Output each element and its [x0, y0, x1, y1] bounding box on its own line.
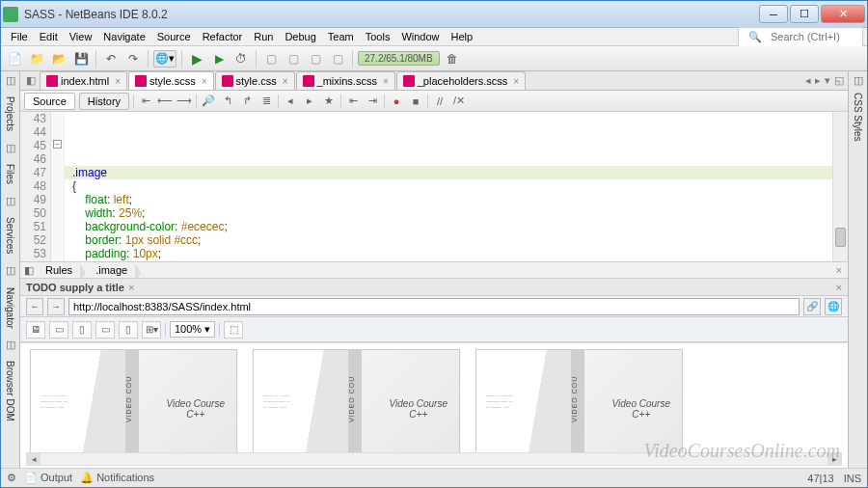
redo-icon[interactable]: ↷	[123, 49, 143, 68]
insert-mode[interactable]: INS	[844, 473, 861, 484]
gc-icon[interactable]: 🗑	[443, 49, 462, 68]
uncomment-icon[interactable]: /✕	[451, 94, 467, 109]
menu-team[interactable]: Team	[322, 29, 360, 44]
tasks-icon[interactable]: ⚙	[7, 472, 16, 484]
run-icon[interactable]: ▶	[187, 49, 206, 68]
sidebar-navigator[interactable]: Navigator	[4, 282, 16, 335]
fold-margin[interactable]: − −	[51, 112, 65, 261]
find-selection-icon[interactable]: 🔎	[201, 94, 216, 109]
tab-scroll-left-icon[interactable]: ◂	[805, 74, 811, 87]
menu-navigate[interactable]: Navigate	[97, 29, 150, 44]
menu-view[interactable]: View	[64, 29, 98, 44]
tab-placeholders-scss[interactable]: _placeholders.scss×	[396, 71, 526, 90]
panel-close-icon[interactable]: ×	[836, 282, 842, 293]
scroll-left-icon[interactable]: ◂	[27, 453, 41, 465]
comment-icon[interactable]: //	[432, 94, 448, 109]
projects-icon[interactable]: ◫	[4, 73, 17, 87]
toggle-highlight-icon[interactable]: ≣	[258, 94, 274, 109]
tab-scroll-right-icon[interactable]: ▸	[815, 74, 821, 87]
last-edit-icon[interactable]: ⇤	[138, 94, 153, 109]
services-icon[interactable]: ◫	[4, 194, 17, 207]
new-project-icon[interactable]: 📁	[27, 49, 46, 68]
stop-icon[interactable]: ▢	[306, 49, 325, 68]
sidebar-browser-dom[interactable]: Browser DOM	[4, 355, 16, 427]
navigator-pin-icon[interactable]: ◧	[20, 264, 38, 277]
navigator-icon[interactable]: ◫	[4, 264, 17, 278]
breadcrumb-image[interactable]: .image	[88, 264, 135, 276]
build-icon[interactable]: ▢	[261, 49, 281, 68]
browser-forward-button[interactable]: →	[47, 298, 65, 315]
selection-mode-icon[interactable]: ⬚	[224, 321, 243, 339]
menu-help[interactable]: Help	[446, 29, 479, 44]
save-all-icon[interactable]: 💾	[71, 49, 91, 68]
browser-dom-icon[interactable]: ◫	[4, 338, 17, 351]
scrollbar-thumb[interactable]	[835, 228, 846, 247]
inspect-mode-icon[interactable]: 🔗	[803, 298, 821, 315]
menu-refactor[interactable]: Refactor	[197, 29, 249, 44]
code-content[interactable]: .image{ float: left; width: 25%; backgro…	[65, 112, 832, 261]
profile-icon[interactable]: ⏱	[231, 49, 251, 68]
device-desktop-icon[interactable]: 🖥	[26, 321, 45, 339]
url-input[interactable]	[68, 298, 800, 315]
menu-edit[interactable]: Edit	[34, 29, 64, 44]
search-input[interactable]	[771, 31, 858, 42]
menu-debug[interactable]: Debug	[279, 29, 321, 44]
menu-run[interactable]: Run	[248, 29, 279, 44]
scroll-right-icon[interactable]: ▸	[827, 453, 841, 465]
tab-list-icon[interactable]: ▾	[825, 74, 830, 87]
maximize-editor-icon[interactable]: ◱	[834, 74, 844, 87]
source-view-button[interactable]: Source	[24, 93, 75, 110]
css-styles-icon[interactable]: ◫	[852, 73, 865, 87]
sidebar-files[interactable]: Files	[4, 158, 16, 190]
tab-close-icon[interactable]: ×	[513, 76, 519, 87]
open-project-icon[interactable]: 📂	[49, 49, 68, 68]
tab-style-css[interactable]: style.css×	[215, 71, 295, 90]
editor-scrollbar[interactable]	[832, 112, 848, 261]
back-icon[interactable]: ⟵	[157, 94, 173, 109]
device-phone-landscape-icon[interactable]: ▭	[95, 321, 115, 339]
device-tablet-landscape-icon[interactable]: ▭	[49, 321, 68, 339]
device-phone-portrait-icon[interactable]: ▯	[119, 321, 138, 339]
tab-style-scss[interactable]: style.scss×	[128, 71, 214, 90]
shift-left-icon[interactable]: ⇤	[345, 94, 361, 109]
toggle-bookmark-icon[interactable]: ★	[321, 94, 337, 109]
prev-bookmark-icon[interactable]: ◂	[283, 94, 298, 109]
browser-preview[interactable]: ─── ─ ─────── ── ── ─── ── VIDEO COU Vid…	[20, 342, 848, 468]
menu-tools[interactable]: Tools	[360, 29, 396, 44]
menu-window[interactable]: Window	[395, 29, 445, 44]
fold-toggle-icon[interactable]: −	[53, 140, 62, 149]
next-bookmark-icon[interactable]: ▸	[302, 94, 317, 109]
undo-icon[interactable]: ↶	[101, 49, 121, 68]
breadcrumb-rules[interactable]: Rules	[38, 264, 80, 276]
shift-right-icon[interactable]: ⇥	[365, 94, 380, 109]
tab-close-icon[interactable]: ×	[202, 76, 207, 87]
sidebar-css-styles[interactable]: CSS Styles	[852, 87, 864, 148]
browser-select[interactable]: 🌐▾	[153, 50, 176, 68]
debug-icon[interactable]: ▶	[209, 49, 229, 68]
device-fit-icon[interactable]: ⊞▾	[142, 321, 161, 339]
new-file-icon[interactable]: 📄	[5, 49, 24, 68]
preview-tab-close-icon[interactable]: ×	[128, 282, 134, 293]
attach-icon[interactable]: ▢	[328, 49, 347, 68]
close-button[interactable]: ✕	[821, 5, 865, 23]
tab-close-icon[interactable]: ×	[383, 76, 389, 87]
macro-stop-icon[interactable]: ■	[408, 94, 423, 109]
memory-indicator[interactable]: 27.2/65.1/80MB	[358, 51, 440, 66]
device-tablet-portrait-icon[interactable]: ▯	[72, 321, 92, 339]
sidebar-projects[interactable]: Projects	[4, 91, 16, 137]
files-icon[interactable]: ◫	[4, 141, 17, 154]
tab-index-html[interactable]: index.html×	[40, 71, 127, 90]
tab-close-icon[interactable]: ×	[115, 76, 121, 87]
breadcrumb-close-icon[interactable]: ×	[830, 264, 848, 276]
menu-source[interactable]: Source	[151, 29, 197, 44]
maximize-button[interactable]: ☐	[790, 5, 819, 23]
notifications-link[interactable]: 🔔 Notifications	[80, 472, 154, 484]
clean-build-icon[interactable]: ▢	[284, 49, 303, 68]
find-next-icon[interactable]: ↱	[239, 94, 255, 109]
browser-back-button[interactable]: ←	[26, 298, 43, 315]
sidebar-services[interactable]: Services	[4, 211, 16, 259]
tab-mixins-scss[interactable]: _mixins.scss×	[296, 71, 395, 90]
code-editor[interactable]: 4344454647484950515253545556 − − .image{…	[20, 112, 848, 261]
minimize-button[interactable]: ─	[759, 5, 788, 23]
search-box[interactable]: 🔍	[738, 27, 863, 47]
